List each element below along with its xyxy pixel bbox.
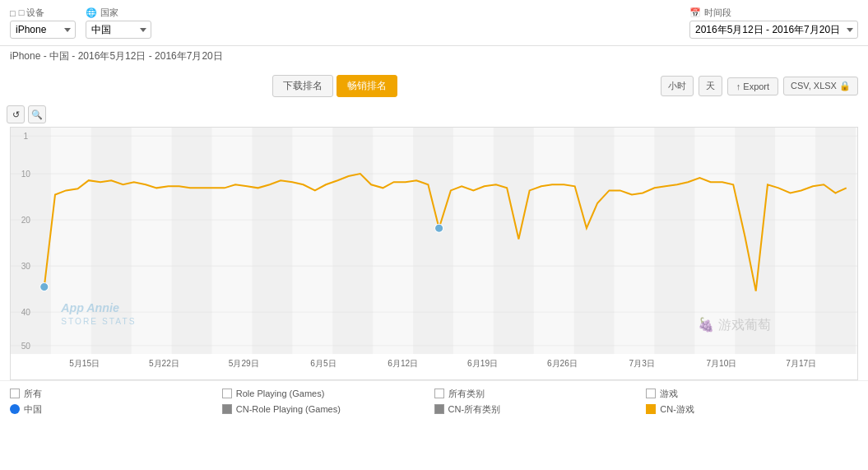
legend-label-all-cat: 所有类别 [448,388,485,400]
legend-item-all: 所有 [10,388,222,400]
time-format-controls: 小时 天 ↑ Export CSV, XLSX 🔒 [661,76,858,96]
legend-label-all: 所有 [24,388,42,400]
zoom-button[interactable]: 🔍 [28,105,46,123]
hour-button[interactable]: 小时 [661,76,694,96]
svg-rect-4 [252,128,292,354]
svg-rect-8 [574,128,615,354]
svg-text:5月22日: 5月22日 [149,359,179,368]
legend-label-role-playing: Role Playing (Games) [236,389,325,398]
chart-svg: 1 10 20 30 40 50 5月15日 5月22日 5月29日 6月5日 … [11,128,857,379]
legend-item-all-cat: 所有类别 [434,388,647,400]
svg-text:30: 30 [21,262,31,271]
svg-rect-9 [654,128,694,354]
svg-text:6月5日: 6月5日 [310,359,336,368]
legend-box-games [646,389,656,398]
device-filter: □ □ 设备 iPhone [10,7,76,39]
reset-icon: ↺ [12,109,20,120]
bestseller-rank-button[interactable]: 畅销排名 [337,75,397,97]
svg-text:50: 50 [21,342,31,351]
svg-point-24 [40,282,49,291]
device-icon: □ [10,8,16,18]
legend-label-cn-role-playing: CN-Role Playing (Games) [236,404,341,414]
time-range-filter: 📅 时间段 2016年5月12日 - 2016年7月20日 [689,7,858,39]
svg-rect-5 [332,128,373,354]
subtitle-text: iPhone - 中国 - 2016年5月12日 - 2016年7月20日 [10,50,223,62]
svg-text:1: 1 [24,132,29,141]
svg-text:7月17日: 7月17日 [786,359,816,368]
legend-item-cn-all-cat: CN-所有类别 [434,403,647,416]
legend-box-cn-games [646,404,656,414]
country-label-text: 国家 [100,7,118,19]
zoom-icon: 🔍 [31,109,43,120]
top-bar: □ □ 设备 iPhone 🌐 国家 中国 📅 时间段 2016年5月12日 -… [0,0,868,46]
svg-text:10: 10 [21,170,31,179]
chart-controls: 下载排名 畅销排名 小时 天 ↑ Export CSV, XLSX 🔒 [0,70,868,102]
globe-icon: 🌐 [86,7,97,18]
svg-text:5月15日: 5月15日 [69,359,100,368]
country-select[interactable]: 中国 [86,21,151,39]
day-button[interactable]: 天 [699,76,722,96]
download-rank-button[interactable]: 下载排名 [272,75,333,97]
svg-text:5月29日: 5月29日 [229,359,259,368]
legend-item-role-playing: Role Playing (Games) [222,388,434,400]
svg-text:7月10日: 7月10日 [706,359,736,368]
legend-box-cn-all-cat [434,404,444,414]
legend-box-role-playing [222,389,232,398]
legend-item-cn-games: CN-游戏 [646,403,858,416]
export-button[interactable]: ↑ Export [727,77,778,95]
svg-text:App Annie: App Annie [60,301,119,314]
legend-item-cn-role-playing: CN-Role Playing (Games) [222,403,434,416]
filter-group: □ □ 设备 iPhone 🌐 国家 中国 [10,7,151,39]
legend-label-cn-games: CN-游戏 [660,403,694,416]
svg-rect-1 [11,128,51,354]
legend-row-2: 中国 CN-Role Playing (Games) CN-所有类别 CN-游戏 [10,403,858,416]
svg-rect-7 [494,128,534,354]
legend-area: 所有 Role Playing (Games) 所有类别 游戏 中国 CN-Ro… [0,380,868,426]
svg-text:6月19日: 6月19日 [467,359,498,368]
device-label-text: □ 设备 [19,7,45,19]
legend-item-games: 游戏 [646,388,858,400]
reset-zoom-button[interactable]: ↺ [7,105,25,123]
legend-item-china: 中国 [10,403,222,416]
chart-toolbar: ↺ 🔍 [0,102,868,127]
legend-label-cn-all-cat: CN-所有类别 [448,403,501,416]
svg-text:7月3日: 7月3日 [629,359,654,368]
svg-text:🍇 游戏葡萄: 🍇 游戏葡萄 [698,316,771,333]
device-label: □ □ 设备 [10,7,76,19]
svg-text:STORE STATS: STORE STATS [61,317,136,326]
time-range-select[interactable]: 2016年5月12日 - 2016年7月20日 [689,21,858,39]
svg-rect-3 [172,128,212,354]
svg-rect-6 [413,128,453,354]
svg-text:6月26日: 6月26日 [547,359,578,368]
calendar-icon: 📅 [689,7,701,18]
subtitle-bar: iPhone - 中国 - 2016年5月12日 - 2016年7月20日 [0,46,868,70]
country-label: 🌐 国家 [86,7,151,19]
legend-row-1: 所有 Role Playing (Games) 所有类别 游戏 [10,388,858,400]
country-filter: 🌐 国家 中国 [86,7,151,39]
svg-text:20: 20 [21,216,31,225]
legend-label-china: 中国 [24,403,42,416]
legend-circle-china [10,404,20,414]
svg-text:6月12日: 6月12日 [388,359,418,368]
rank-controls: 下载排名 畅销排名 [10,75,661,97]
svg-rect-11 [815,128,856,354]
svg-point-25 [435,224,443,232]
svg-text:40: 40 [21,308,31,317]
legend-label-games: 游戏 [660,388,678,400]
csv-button[interactable]: CSV, XLSX 🔒 [783,77,858,95]
device-select[interactable]: iPhone [10,21,76,39]
legend-box-all-cat [434,389,444,398]
time-range-label: 📅 时间段 [689,7,858,19]
legend-box-all [10,389,20,398]
chart-area: 1 10 20 30 40 50 5月15日 5月22日 5月29日 6月5日 … [10,127,858,380]
time-range-label-text: 时间段 [704,7,731,19]
legend-box-cn-role-playing [222,404,232,414]
